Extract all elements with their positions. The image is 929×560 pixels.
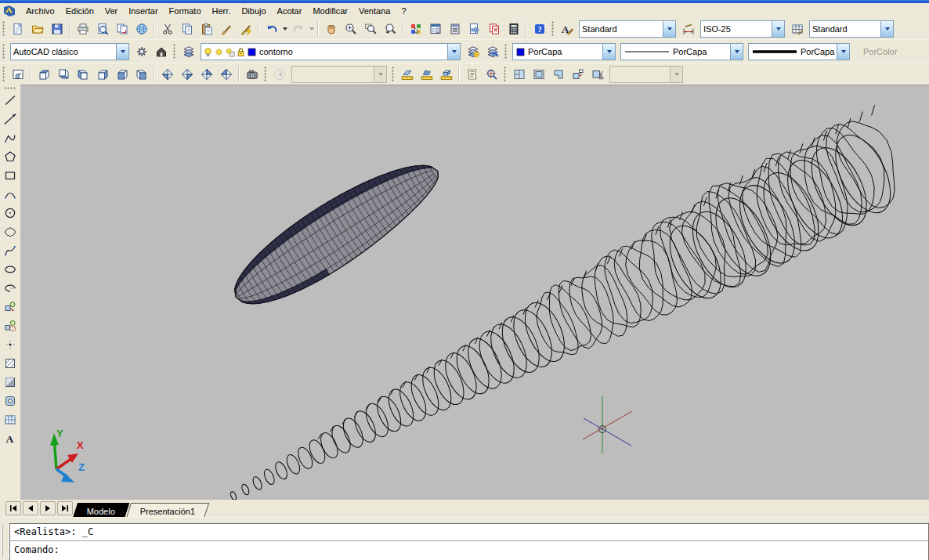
polygonal-viewport-button[interactable] [548,65,568,85]
right-view-button[interactable] [92,65,112,85]
layer-combo[interactable]: contorno [201,43,461,60]
markup-set-manager-button[interactable] [484,19,504,38]
dimension-style-button[interactable] [678,19,698,38]
polyline-button[interactable] [0,128,20,147]
menu-item-help[interactable]: ? [396,5,411,17]
zoom-previous-button[interactable] [380,19,399,38]
menu-item-edicin[interactable]: Edición [60,5,99,17]
line-button[interactable] [0,91,20,110]
bottom-view-button[interactable] [53,65,73,85]
clip-existing-viewport-button[interactable] [587,65,607,85]
top-view-button[interactable] [34,65,53,85]
menu-item-acotar[interactable]: Acotar [272,5,308,17]
layer-previous-button[interactable] [483,42,502,62]
toolbar-grip[interactable] [504,67,506,82]
combo-dropdown-arrow-icon[interactable] [880,21,893,37]
se-isometric-view-button[interactable] [177,65,197,85]
single-viewport-button[interactable] [529,65,548,85]
previous-tab-button[interactable] [23,501,38,515]
next-tab-button[interactable] [40,501,56,515]
front-view-button[interactable] [112,65,132,85]
publish-button[interactable] [112,19,132,38]
last-tab-button[interactable] [57,501,73,515]
list-button[interactable] [462,65,482,85]
ne-isometric-view-button[interactable] [197,65,216,85]
dimension-style-combo[interactable]: ISO-25 [700,20,785,38]
save-button[interactable] [47,19,67,38]
arc-button[interactable] [0,185,20,204]
multiline-text-button[interactable]: A [0,429,20,448]
publish-web-button[interactable] [132,19,151,38]
text-style-combo[interactable]: Standard [579,20,676,38]
hatch-button[interactable] [0,354,20,373]
toolbar-grip[interactable] [2,67,5,82]
menu-item-modificar[interactable]: Modificar [307,5,353,17]
match-properties-button[interactable] [216,19,236,38]
polygon-button[interactable] [0,147,20,166]
zoom-window-button[interactable] [360,19,380,38]
region-button[interactable] [0,392,20,410]
rectangle-button[interactable] [0,166,20,185]
combo-dropdown-arrow-icon[interactable] [116,44,128,60]
table-button[interactable] [0,410,20,429]
first-tab-button[interactable] [5,501,21,515]
back-view-button[interactable] [132,65,151,85]
menu-item-insertar[interactable]: Insertar [123,5,163,17]
menu-item-dibujo[interactable]: Dibujo [236,5,271,17]
open-file-button[interactable] [27,19,47,38]
sw-isometric-view-button[interactable] [157,65,177,85]
toolbar-grip[interactable] [392,67,394,82]
help-button[interactable]: ? [530,19,549,38]
new-file-button[interactable] [8,19,27,38]
menu-item-herr[interactable]: Herr. [207,5,237,17]
redo-button[interactable] [288,19,308,38]
combo-dropdown-arrow-icon[interactable] [772,21,784,37]
tab-presentación1[interactable]: Presentación1 [126,503,210,518]
spline-button[interactable] [0,241,20,260]
named-views-button[interactable] [8,65,27,85]
combo-dropdown-arrow-icon[interactable] [837,44,849,60]
circle-button[interactable] [0,204,20,222]
construction-line-button[interactable] [0,110,20,128]
menu-item-formato[interactable]: Formato [164,5,207,17]
left-view-button[interactable] [73,65,92,85]
quickcalc-button[interactable] [504,19,523,38]
undo-dropdown-caret[interactable] [281,20,288,38]
color-control-combo[interactable]: PorCapa [512,43,616,60]
copy-button[interactable] [177,19,197,38]
redo-dropdown-caret[interactable] [308,20,315,38]
pan-realtime-button[interactable] [321,19,341,38]
paste-button[interactable] [197,19,216,38]
toolbar-grip[interactable] [4,87,16,89]
combo-dropdown-arrow-icon[interactable] [602,44,615,60]
toolbar-grip[interactable] [504,44,507,60]
make-block-button[interactable] [0,316,20,335]
table-style-button[interactable] [787,19,807,38]
plot-preview-button[interactable] [92,19,112,38]
toolbar-grip[interactable] [264,67,266,82]
text-style-button[interactable]: A [557,19,577,38]
lineweight-control-combo[interactable]: PorCapa [748,43,850,60]
plot-button[interactable] [73,19,92,38]
layer-properties-manager-button[interactable] [179,42,198,62]
toolbar-grip[interactable] [551,21,554,37]
toolbar-grip[interactable] [2,21,5,37]
convert-object-to-viewport-button[interactable] [568,65,587,85]
command-text-area[interactable]: <Realista>: _C Comando: [9,523,929,560]
combo-dropdown-arrow-icon[interactable] [447,44,460,60]
toolbar-grip[interactable] [173,44,175,60]
area-button[interactable] [417,65,436,85]
locate-point-button[interactable] [482,65,501,85]
linetype-control-combo[interactable]: PorCapa [620,43,743,60]
my-workspace-button[interactable] [151,42,171,62]
combo-dropdown-arrow-icon[interactable] [730,44,743,60]
sheet-set-manager-button[interactable] [464,19,484,38]
distance-button[interactable] [397,65,417,85]
combo-dropdown-arrow-icon[interactable] [663,21,675,37]
nw-isometric-view-button[interactable] [216,65,236,85]
menu-item-ver[interactable]: Ver [99,5,124,17]
tab-modelo[interactable]: Modelo [73,503,130,518]
properties-palette-button[interactable] [406,19,425,38]
tool-palettes-button[interactable] [445,19,464,38]
ellipse-arc-button[interactable] [0,279,20,298]
